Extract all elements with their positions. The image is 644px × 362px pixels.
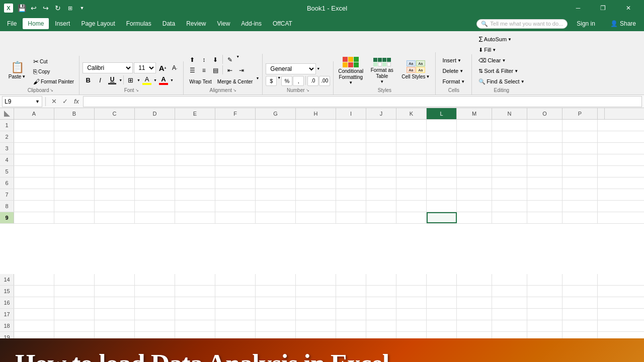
close-button[interactable]: ✕ [617,0,640,16]
menu-insert[interactable]: Insert [50,18,75,29]
menu-file[interactable]: File [2,18,22,29]
row-num-2[interactable]: 2 [0,131,14,142]
menu-page-layout[interactable]: Page Layout [76,18,120,29]
cell-f1[interactable] [215,120,256,131]
cell-styles-button[interactable]: Aa Aa Aa Aa Cell Styles ▼ [399,59,432,81]
grid-container[interactable]: 1 2 [0,120,644,362]
restore-button[interactable]: ❐ [592,0,615,16]
cell-k1[interactable] [396,120,427,131]
col-header-o[interactable]: O [527,108,562,119]
grow-font-button[interactable]: A+ [157,62,168,73]
cell-h1[interactable] [296,120,336,131]
comma-button[interactable]: , [293,76,304,86]
cell-j1[interactable] [366,120,396,131]
fill-arrow[interactable]: ▼ [153,78,157,82]
cell-d1[interactable] [135,120,175,131]
share-button[interactable]: 👤 Share [604,18,642,29]
col-header-j[interactable]: J [366,108,396,119]
col-header-l[interactable]: L [427,108,457,119]
selected-cell-l9[interactable] [427,212,457,223]
orient-arrow[interactable]: ▼ [236,55,239,65]
row-num-6[interactable]: 6 [0,177,14,189]
alignment-expand[interactable]: ↘ [233,88,236,93]
autosum-arrow[interactable]: ▼ [508,37,512,42]
tell-me-bar[interactable]: 🔍 Tell me what you want to do... [476,19,568,29]
decrease-indent-button[interactable]: ⇤ [224,65,235,75]
dollar-arrow[interactable]: ▼ [277,76,281,86]
decrease-decimal-button[interactable]: .00 [319,76,330,86]
cell-c1[interactable] [95,120,135,131]
clear-arrow[interactable]: ▼ [502,58,506,63]
fill-color-button[interactable]: A [141,74,152,85]
col-header-a[interactable]: A [14,108,54,119]
row-num-14[interactable]: 14 [0,274,14,285]
copy-button[interactable]: ⎘ Copy [31,67,76,76]
form-icon[interactable]: ⊞ [64,3,75,14]
row-num-5[interactable]: 5 [0,166,14,177]
col-header-n[interactable]: N [492,108,527,119]
dollar-button[interactable]: $ [266,76,277,86]
row-num-4[interactable]: 4 [0,154,14,165]
cell-l1[interactable] [427,120,457,131]
row-num-9[interactable]: 9 [0,212,14,223]
cell-b1[interactable] [54,120,95,131]
number-format-arrow[interactable]: ▼ [316,67,320,70]
paste-button[interactable]: 📋 Paste ▼ [5,57,29,83]
insert-arrow[interactable]: ▼ [457,58,461,63]
row-num-18[interactable]: 18 [0,320,14,331]
middle-align-button[interactable]: ↕ [198,55,209,65]
font-color-arrow[interactable]: ▼ [170,78,174,82]
col-header-d[interactable]: D [135,108,175,119]
merge-button[interactable]: Merge & Center [215,76,256,86]
format-painter-button[interactable]: 🖌 Format Painter [31,77,76,86]
col-header-p[interactable]: P [562,108,598,119]
menu-home[interactable]: Home [23,18,49,29]
autosum-button[interactable]: Σ AutoSum ▼ [475,34,528,44]
row-num-7[interactable]: 7 [0,189,14,200]
col-header-g[interactable]: G [256,108,296,119]
row-num-3[interactable]: 3 [0,143,14,154]
formula-input[interactable] [83,96,642,107]
cell-a2[interactable] [14,131,54,142]
col-header-m[interactable]: M [457,108,492,119]
format-button[interactable]: Format ▼ [439,76,468,86]
paste-dropdown-arrow[interactable]: ▼ [22,74,26,79]
wrap-text-button[interactable]: Wrap Text [187,76,214,86]
confirm-formula-button[interactable]: ✓ [60,97,70,107]
sort-filter-button[interactable]: ⇅ Sort & Filter ▼ [475,66,528,76]
col-header-e[interactable]: E [175,108,215,119]
menu-addins[interactable]: Add-ins [236,18,267,29]
cell-g1[interactable] [256,120,296,131]
border-arrow[interactable]: ▼ [137,78,140,82]
orient-button[interactable]: ✎ [224,55,235,65]
font-size-select[interactable]: 11 [134,62,156,73]
conditional-formatting-button[interactable]: ConditionalFormatting ▼ [337,53,365,86]
customize-quick-access[interactable]: ▼ [76,3,88,14]
clipboard-expand[interactable]: ↘ [50,88,53,93]
find-select-button[interactable]: 🔍 Find & Select ▼ [475,76,528,86]
clear-button[interactable]: ⌫ Clear ▼ [475,55,528,65]
signin-button[interactable]: Sign in [572,18,600,29]
cell-styles-arrow[interactable]: ▼ [426,74,430,79]
font-expand[interactable]: ↘ [135,88,139,93]
bottom-align-button[interactable]: ⬇ [210,55,221,65]
row-num-17[interactable]: 17 [0,309,14,320]
cell-reference-box[interactable]: L9 ▼ [2,96,42,107]
underline-button[interactable]: U [107,74,118,85]
cell-o1[interactable] [527,120,562,131]
cell-p1[interactable] [562,120,598,131]
number-format-select[interactable]: General [266,63,316,74]
col-header-h[interactable]: H [296,108,336,119]
col-header-f[interactable]: F [215,108,256,119]
fill-button[interactable]: ⬇ Fill ▼ [475,45,528,55]
cell-e1[interactable] [175,120,215,131]
right-align-button[interactable]: ▤ [210,65,221,75]
cell-a1[interactable] [14,120,54,131]
menu-view[interactable]: View [212,18,235,29]
percent-button[interactable]: % [281,76,292,86]
col-header-c[interactable]: C [95,108,135,119]
col-header-k[interactable]: K [396,108,427,119]
italic-button[interactable]: I [95,74,106,85]
sort-filter-arrow[interactable]: ▼ [514,69,518,73]
row-num-1[interactable]: 1 [0,120,14,131]
